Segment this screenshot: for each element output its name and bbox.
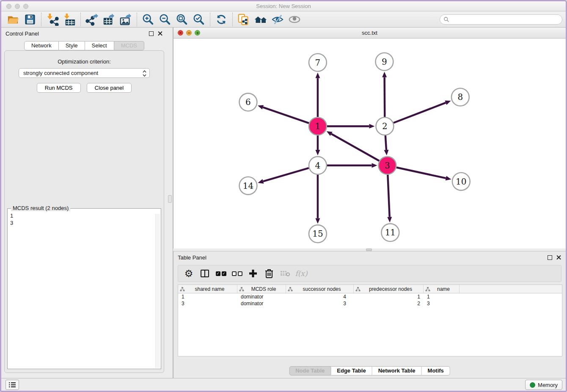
minimize-window-button[interactable] [15,4,20,9]
hide-annotations-button[interactable] [269,12,286,27]
function-builder-button[interactable]: f(x) [294,267,308,280]
apply-layout-button[interactable] [213,12,230,27]
cell-mcds-role: dominator [237,301,286,306]
table-panel-title: Table Panel [178,254,206,261]
result-scrollbar[interactable] [155,214,160,368]
graph-edge-3-1[interactable] [327,131,380,161]
delete-table-button[interactable] [278,267,292,280]
show-annotations-button[interactable] [286,12,303,27]
close-window-button[interactable] [6,4,11,9]
graph-node-8[interactable]: 8 [451,88,469,106]
column-header-name[interactable]: name [424,285,460,293]
save-session-button[interactable] [22,12,39,27]
column-header-mcds-role[interactable]: MCDS role [237,285,286,293]
graph-node-7[interactable]: 7 [309,54,327,72]
memory-button[interactable]: Memory [525,380,562,390]
task-history-button[interactable] [6,380,19,390]
column-header-shared-name[interactable]: shared name [178,285,237,293]
tab-select[interactable]: Select [85,41,114,50]
graph-edge-1-2[interactable] [327,124,375,129]
table-row[interactable]: 1dominator411 [178,293,562,300]
delete-column-button[interactable] [262,267,276,280]
import-table-button[interactable] [61,12,78,27]
cell-successor-nodes: 4 [286,294,354,300]
graph-edge-4-3[interactable] [327,163,377,168]
chevron-updown-icon [142,70,147,78]
graph-edge-1-7[interactable] [315,73,320,117]
clone-network-button[interactable] [235,12,252,27]
tab-mcds[interactable]: MCDS [114,41,144,50]
graph-edge-1-6[interactable] [258,105,309,123]
graph-node-2[interactable]: 2 [376,117,394,135]
graph-edge-2-3[interactable] [384,135,389,155]
network-close-button[interactable] [178,30,183,36]
export-table-button[interactable] [100,12,117,27]
select-all-rows-button[interactable]: ✓✓ [214,267,228,280]
tab-node-table[interactable]: Node Table [289,366,331,375]
cell-name: 3 [424,301,460,306]
close-panel-button[interactable]: Close panel [87,83,132,93]
close-panel-icon[interactable] [158,31,163,36]
export-network-button[interactable] [83,12,100,27]
zoom-in-button[interactable] [140,12,157,27]
status-bar: Memory [1,378,566,391]
column-header-predecessor-nodes[interactable]: predecessor nodes [354,285,424,293]
clone-network-icon [237,13,250,26]
tab-edge-table[interactable]: Edge Table [331,366,372,375]
graph-node-1[interactable]: 1 [309,117,327,135]
network-canvas[interactable]: 7968124314101511 [173,39,566,248]
search-box[interactable] [440,14,562,25]
criterion-select[interactable]: strongly connected component [19,68,150,78]
graph-node-10[interactable]: 10 [452,173,470,190]
tab-network-table[interactable]: Network Table [372,366,422,375]
run-mcds-button[interactable]: Run MCDS [37,83,81,93]
graph-edge-1-4[interactable] [315,135,320,155]
network-graph[interactable]: 7968124314101511 [173,39,566,248]
graph-edge-2-8[interactable] [394,101,451,123]
zoom-out-button[interactable] [157,12,173,27]
tab-motifs[interactable]: Motifs [422,366,450,375]
graph-node-3[interactable]: 3 [378,157,396,174]
zoom-selected-button[interactable] [190,12,207,27]
splitter-handle[interactable] [168,195,172,203]
graph-edge-3-10[interactable] [396,167,451,180]
column-header-successor-nodes[interactable]: successor nodes [286,285,354,293]
search-input[interactable] [449,16,559,23]
import-network-button[interactable] [44,12,61,27]
zoom-window-button[interactable] [23,4,28,9]
graph-edge-4-15[interactable] [315,175,320,224]
mcds-panel: Optimization criterion: strongly connect… [4,50,164,373]
table-settings-button[interactable]: ⚙ [182,267,196,280]
plus-icon [248,269,258,278]
graph-edge-3-11[interactable] [387,175,392,223]
graph-node-6[interactable]: 6 [239,93,257,111]
graph-node-14[interactable]: 14 [239,177,257,195]
window-controls [6,4,28,9]
graph-edge-4-14[interactable] [258,168,308,184]
graph-node-15[interactable]: 15 [309,225,327,243]
float-panel-icon[interactable] [149,31,154,36]
graph-edge-2-9[interactable] [382,72,387,117]
open-session-button[interactable] [5,12,22,27]
toolbar-separator [232,13,233,26]
mcds-result-box: MCDS result (2 nodes) 1 3 [7,208,161,369]
add-column-button[interactable] [246,267,260,280]
show-columns-button[interactable] [198,267,212,280]
mcds-result-text[interactable]: 1 3 [8,210,155,369]
graph-node-9[interactable]: 9 [375,53,393,71]
vertical-splitter[interactable] [167,28,173,378]
network-maximize-button[interactable] [195,30,200,36]
table-row[interactable]: 3dominator323 [178,300,562,307]
tab-style[interactable]: Style [59,41,85,50]
deselect-all-rows-button[interactable] [230,267,244,280]
home-views-button[interactable] [252,12,269,27]
float-panel-icon[interactable] [548,255,552,260]
close-panel-icon[interactable] [556,255,561,260]
export-image-button[interactable] [117,12,134,27]
graph-node-4[interactable]: 4 [309,157,327,174]
node-table[interactable]: shared nameMCDS rolesuccessor nodesprede… [178,284,562,356]
graph-node-11[interactable]: 11 [381,224,399,241]
tab-network[interactable]: Network [24,41,59,50]
zoom-fit-button[interactable] [173,12,190,27]
network-minimize-button[interactable] [186,30,192,36]
